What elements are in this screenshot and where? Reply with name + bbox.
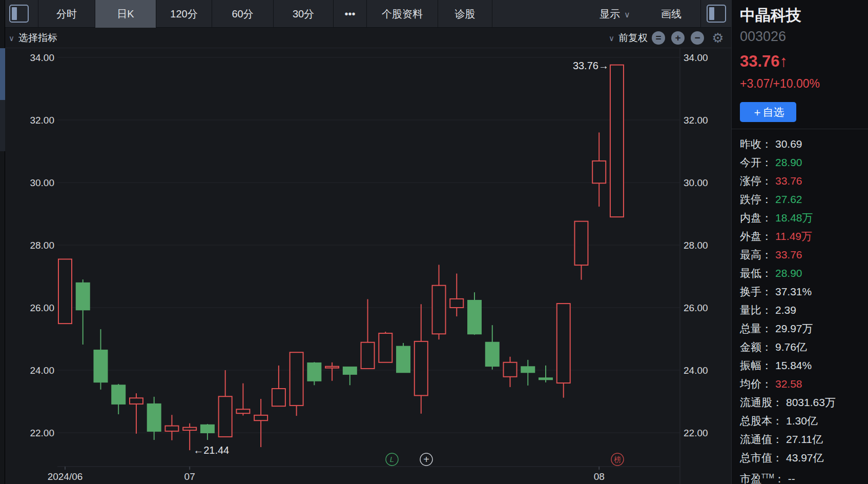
stock-code: 003026: [740, 29, 786, 45]
candle: [343, 367, 357, 385]
tab-分时[interactable]: 分时: [38, 0, 95, 28]
candle: [379, 332, 392, 362]
y-axis-label-left: 26.00: [30, 302, 54, 313]
zoom-out-icon[interactable]: −: [691, 31, 704, 45]
stat-label: 流通股：: [740, 396, 783, 408]
gear-icon[interactable]: ⚙: [710, 30, 726, 46]
candlestick-chart[interactable]: 34.0034.0032.0032.0030.0030.0028.0028.00…: [5, 48, 731, 484]
candle: [165, 415, 178, 440]
candle: [148, 397, 161, 440]
tab-诊股[interactable]: 诊股: [438, 0, 492, 28]
last-price: 33.76↑: [740, 52, 788, 71]
stat-row: 流通股：8031.63万: [740, 393, 865, 412]
period-tabs: 分时日K120分60分30分•••个股资料诊股: [38, 0, 492, 28]
stat-value: 30.69: [775, 138, 802, 150]
stat-row: 振幅：15.84%: [740, 356, 865, 375]
panel-bar-glyph: [12, 7, 17, 20]
stat-row: 涨停：33.76: [740, 172, 865, 190]
candle: [325, 362, 339, 381]
draw-line-label: 画线: [661, 8, 681, 19]
tab-日K[interactable]: 日K: [95, 0, 156, 28]
candle: [610, 65, 624, 217]
stat-row: 最高：33.76: [740, 246, 865, 264]
y-axis-label-left: 32.00: [30, 115, 54, 126]
stat-value: 27.62: [775, 193, 802, 205]
stat-value: 33.76: [775, 175, 802, 187]
candle: [112, 384, 125, 414]
stat-label: 金额：: [740, 341, 772, 353]
candle: [504, 357, 517, 387]
candle: [254, 399, 267, 447]
panel-bar-glyph: [709, 7, 714, 20]
stat-value: 28.90: [775, 267, 802, 279]
display-menu-button[interactable]: 显示∨: [600, 0, 630, 28]
stat-label: 今开：: [740, 156, 772, 168]
stat-row: 跌停：27.62: [740, 190, 865, 209]
price-annotation: ←21.44: [193, 445, 229, 456]
stat-value: 37.31%: [775, 286, 812, 297]
indicator-select-label: 选择指标: [18, 32, 57, 43]
y-axis-label-right: 30.00: [684, 177, 708, 188]
stat-label: 振幅：: [740, 359, 772, 371]
candle: [574, 221, 588, 280]
stat-row: 最低：28.90: [740, 264, 865, 283]
stat-row: 量比：2.39: [740, 301, 865, 319]
stat-row: 总量：29.97万: [740, 319, 865, 338]
toggle-left-panel-icon[interactable]: [9, 5, 29, 23]
stat-value: 1.30亿: [786, 415, 818, 427]
stat-label: 市盈TTM：: [740, 473, 785, 484]
stat-label: 内盘：: [740, 212, 772, 224]
l-badge-icon[interactable]: L: [386, 453, 398, 466]
zoom-in-icon[interactable]: +: [671, 31, 685, 45]
chevron-down-icon: ∨: [609, 34, 614, 43]
y-axis-label-right: 26.00: [684, 302, 708, 313]
candle: [432, 265, 446, 339]
stat-value: 33.76: [775, 249, 802, 260]
add-watchlist-button[interactable]: ＋自选: [740, 102, 796, 122]
y-axis-label-right: 34.00: [684, 52, 708, 63]
stat-value: 8031.63万: [786, 396, 836, 408]
stat-label: 流通值：: [740, 433, 783, 445]
candle: [58, 259, 72, 324]
stat-value: 32.58: [775, 378, 802, 390]
svg-text:榜: 榜: [614, 455, 621, 463]
candle: [415, 304, 428, 414]
tab-60分[interactable]: 60分: [212, 0, 273, 28]
tab-120分[interactable]: 120分: [156, 0, 212, 28]
stat-row: 均价：32.58: [740, 375, 865, 393]
candle: [468, 292, 481, 335]
bang-badge-icon[interactable]: 榜: [611, 453, 624, 466]
stat-value: 2.39: [775, 304, 796, 316]
stat-value: 27.11亿: [786, 433, 823, 445]
indicator-select[interactable]: ∨选择指标: [9, 28, 57, 48]
toggle-right-panel-icon[interactable]: [707, 5, 726, 23]
x-axis-label: 2024/06: [48, 471, 83, 482]
candle: [201, 424, 214, 440]
stat-row: 总股本：1.30亿: [740, 412, 865, 430]
y-axis-label-left: 30.00: [30, 177, 54, 188]
stat-row: 市盈TTM：--: [740, 467, 865, 484]
tab-more[interactable]: •••: [333, 0, 366, 28]
reset-zoom-icon[interactable]: =: [652, 31, 665, 45]
plus-badge-icon[interactable]: +: [420, 453, 432, 466]
chart-area: 34.0034.0032.0032.0030.0030.0028.0028.00…: [5, 48, 731, 484]
draw-line-button[interactable]: 画线: [661, 0, 681, 28]
stat-label: 昨收：: [740, 138, 772, 150]
y-axis-label-right: 22.00: [684, 428, 708, 438]
stat-row: 金额：9.76亿: [740, 338, 865, 356]
stat-row: 昨收：30.69: [740, 135, 865, 153]
stat-row: 内盘：18.48万: [740, 209, 865, 227]
adjust-mode-select[interactable]: ∨前复权: [609, 28, 648, 48]
stat-row: 今开：28.90: [740, 153, 865, 172]
sidebar-divider: [732, 129, 868, 129]
stat-label: 跌停：: [740, 193, 772, 205]
collapsed-watchlist-strip[interactable]: [0, 0, 5, 484]
stat-label: 涨停：: [740, 175, 772, 187]
stat-label: 最高：: [740, 249, 772, 260]
tab-30分[interactable]: 30分: [273, 0, 333, 28]
stat-label: 总量：: [740, 322, 772, 334]
tab-个股资料[interactable]: 个股资料: [366, 0, 438, 28]
candle: [361, 299, 375, 369]
candle: [592, 132, 606, 207]
stat-value: 43.97亿: [786, 452, 824, 463]
